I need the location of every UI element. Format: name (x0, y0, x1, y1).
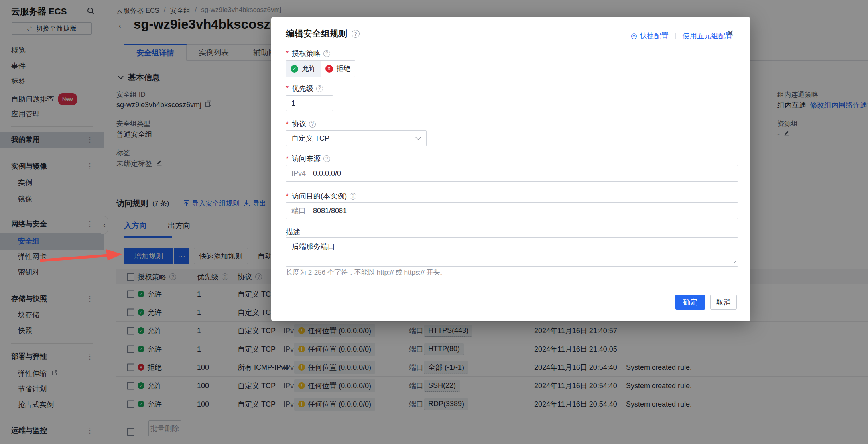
close-icon[interactable]: × (727, 27, 734, 39)
desc-textarea[interactable]: 后端服务端口 (286, 238, 738, 266)
edit-rule-modal: 编辑安全组规则 ? ◎ 快捷配置 使用五元组配置 × * 授权策略 ? ✓ 允许… (271, 17, 750, 321)
protocol-select[interactable]: 自定义 TCP (286, 130, 427, 146)
help-icon[interactable]: ? (350, 193, 356, 200)
required-star: * (286, 192, 289, 200)
desc-field-label: 描述 (286, 227, 300, 237)
policy-field-label: * 授权策略 ? (286, 49, 330, 58)
dest-input[interactable] (313, 207, 732, 215)
desc-hint: 长度为 2-256 个字符，不能以 http:// 或 https:// 开头。 (286, 268, 447, 277)
confirm-button[interactable]: 确定 (675, 295, 705, 310)
dest-prefix: 端口 (291, 206, 306, 216)
source-input-wrap: IPv4 (286, 165, 738, 182)
annotation-arrow (38, 246, 124, 267)
required-star: * (286, 84, 289, 93)
divider (675, 33, 676, 39)
quick-config-link[interactable]: ◎ 快捷配置 (631, 31, 669, 41)
chevron-down-icon (415, 137, 421, 140)
source-field-label: * 访问来源 ? (286, 154, 330, 163)
required-star: * (286, 120, 289, 128)
dest-input-wrap: 端口 (286, 202, 738, 219)
policy-toggle: ✓ 允许 × 拒绝 (286, 60, 355, 77)
help-icon[interactable]: ? (352, 30, 360, 38)
source-input[interactable] (313, 169, 732, 178)
cancel-button[interactable]: 取消 (710, 295, 737, 310)
deny-icon: × (325, 65, 333, 73)
protocol-field-label: * 协议 ? (286, 119, 316, 129)
deny-option[interactable]: × 拒绝 (321, 61, 355, 77)
modal-title: 编辑安全组规则 (286, 28, 347, 40)
help-icon[interactable]: ? (309, 121, 316, 128)
required-star: * (286, 49, 289, 58)
source-prefix: IPv4 (291, 169, 306, 178)
priority-field-label: * 优先级 ? (286, 84, 323, 93)
eye-icon: ◎ (631, 31, 637, 40)
allow-option[interactable]: ✓ 允许 (286, 61, 321, 77)
priority-input-wrap (286, 95, 333, 111)
five-tuple-config-link[interactable]: 使用五元组配置 (683, 31, 733, 41)
help-icon[interactable]: ? (323, 155, 330, 162)
modal-title-row: 编辑安全组规则 ? (286, 28, 360, 40)
resize-grip[interactable] (732, 257, 736, 265)
allow-icon: ✓ (291, 65, 298, 73)
required-star: * (286, 155, 289, 163)
modal-header-links: ◎ 快捷配置 使用五元组配置 (631, 31, 733, 41)
desc-textarea-wrap: 后端服务端口 (286, 237, 738, 267)
help-icon[interactable]: ? (323, 50, 330, 57)
help-icon[interactable]: ? (316, 85, 323, 92)
dest-field-label: * 访问目的(本实例) ? (286, 191, 356, 201)
priority-input[interactable] (291, 99, 327, 108)
